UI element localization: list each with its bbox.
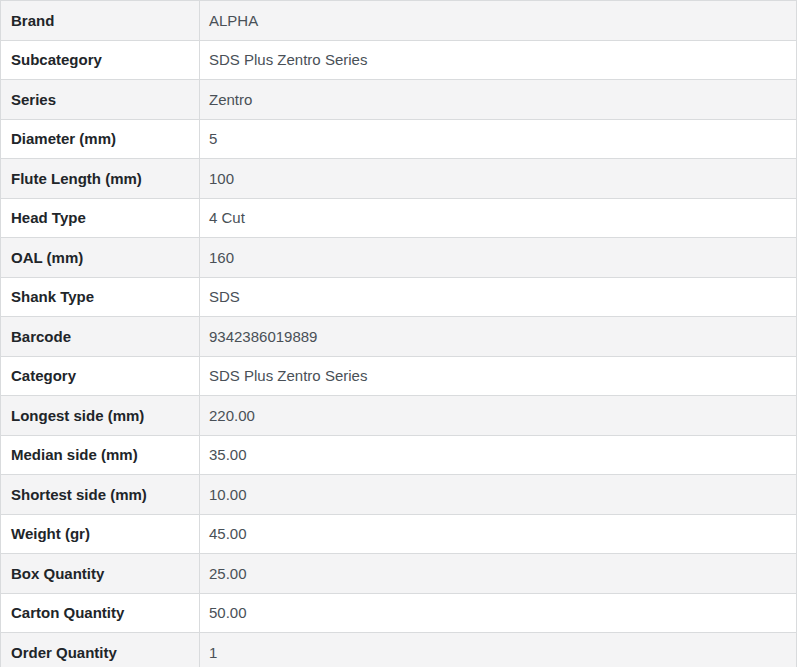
spec-value-cell: 160 — [200, 238, 797, 278]
spec-row: Carton Quantity50.00 — [1, 593, 797, 633]
spec-label-cell: Barcode — [1, 317, 200, 357]
spec-value-cell: ALPHA — [200, 1, 797, 41]
spec-row: BrandALPHA — [1, 1, 797, 41]
spec-row: Head Type4 Cut — [1, 198, 797, 238]
spec-row: Shank TypeSDS — [1, 277, 797, 317]
spec-value-cell: 35.00 — [200, 435, 797, 475]
spec-label-cell: Shank Type — [1, 277, 200, 317]
spec-label-cell: Head Type — [1, 198, 200, 238]
spec-value-cell: SDS Plus Zentro Series — [200, 40, 797, 80]
spec-label-cell: Subcategory — [1, 40, 200, 80]
spec-label-cell: OAL (mm) — [1, 238, 200, 278]
spec-row: Barcode9342386019889 — [1, 317, 797, 357]
spec-label-cell: Category — [1, 356, 200, 396]
spec-value-cell: 25.00 — [200, 554, 797, 594]
spec-value-cell: 9342386019889 — [200, 317, 797, 357]
product-spec-table-body: BrandALPHASubcategorySDS Plus Zentro Ser… — [1, 1, 797, 667]
spec-value-cell: 5 — [200, 119, 797, 159]
spec-row: Box Quantity25.00 — [1, 554, 797, 594]
spec-row: SeriesZentro — [1, 80, 797, 120]
spec-row: Diameter (mm)5 — [1, 119, 797, 159]
spec-label-cell: Order Quantity — [1, 633, 200, 667]
spec-value-cell: 1 — [200, 633, 797, 667]
spec-value-cell: 10.00 — [200, 475, 797, 515]
spec-row: Median side (mm)35.00 — [1, 435, 797, 475]
spec-row: SubcategorySDS Plus Zentro Series — [1, 40, 797, 80]
spec-label-cell: Diameter (mm) — [1, 119, 200, 159]
spec-value-cell: 45.00 — [200, 514, 797, 554]
spec-label-cell: Weight (gr) — [1, 514, 200, 554]
spec-label-cell: Shortest side (mm) — [1, 475, 200, 515]
spec-row: Longest side (mm)220.00 — [1, 396, 797, 436]
spec-value-cell: 220.00 — [200, 396, 797, 436]
spec-row: OAL (mm)160 — [1, 238, 797, 278]
spec-value-cell: Zentro — [200, 80, 797, 120]
spec-row: Shortest side (mm)10.00 — [1, 475, 797, 515]
spec-value-cell: SDS Plus Zentro Series — [200, 356, 797, 396]
spec-value-cell: 4 Cut — [200, 198, 797, 238]
spec-label-cell: Series — [1, 80, 200, 120]
spec-label-cell: Carton Quantity — [1, 593, 200, 633]
spec-label-cell: Box Quantity — [1, 554, 200, 594]
spec-value-cell: 50.00 — [200, 593, 797, 633]
spec-row: Weight (gr)45.00 — [1, 514, 797, 554]
spec-row: Flute Length (mm)100 — [1, 159, 797, 199]
spec-row: Order Quantity1 — [1, 633, 797, 667]
spec-label-cell: Median side (mm) — [1, 435, 200, 475]
spec-label-cell: Brand — [1, 1, 200, 41]
spec-label-cell: Flute Length (mm) — [1, 159, 200, 199]
spec-value-cell: 100 — [200, 159, 797, 199]
spec-label-cell: Longest side (mm) — [1, 396, 200, 436]
spec-row: CategorySDS Plus Zentro Series — [1, 356, 797, 396]
spec-value-cell: SDS — [200, 277, 797, 317]
product-spec-table: BrandALPHASubcategorySDS Plus Zentro Ser… — [0, 0, 797, 667]
